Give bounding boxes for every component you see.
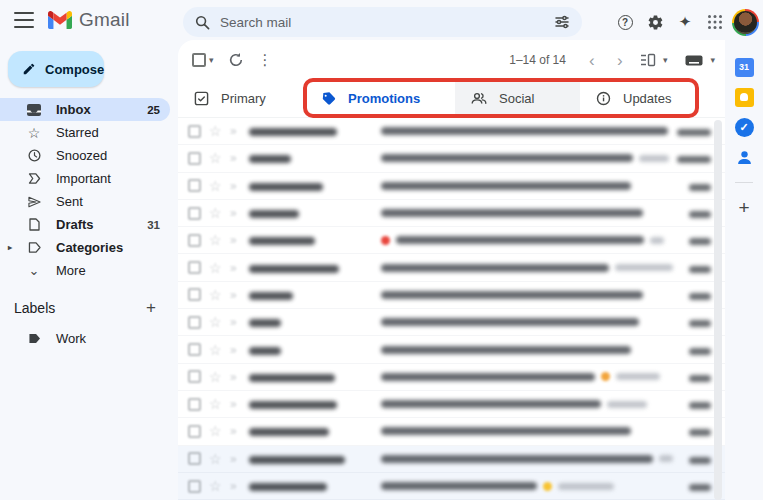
menu-icon[interactable] [14,12,34,28]
apps-grid-icon[interactable] [700,7,730,37]
email-row[interactable]: ☆ » [178,473,725,500]
tab-social[interactable]: Social [455,80,580,117]
get-addons-button[interactable]: + [729,193,759,223]
row-checkbox[interactable] [188,343,201,356]
row-important-icon[interactable]: » [230,125,243,137]
row-star-icon[interactable]: ☆ [209,261,222,275]
email-row[interactable]: ☆ » [178,254,725,281]
compose-label: Compose [45,62,104,77]
gear-icon[interactable] [640,7,670,37]
row-checkbox[interactable] [188,370,201,383]
email-row[interactable]: ☆ » [178,309,725,336]
row-star-icon[interactable]: ☆ [209,370,222,384]
row-important-icon[interactable]: » [230,207,243,219]
email-row[interactable]: ☆ » [178,227,725,254]
row-important-icon[interactable]: » [230,480,243,492]
list-scrollbar[interactable] [714,120,722,500]
row-important-icon[interactable]: » [230,289,243,301]
row-checkbox[interactable] [188,480,201,493]
search-input[interactable]: Search mail [220,15,554,30]
email-row[interactable]: ☆ » [178,282,725,309]
row-star-icon[interactable]: ☆ [209,424,222,438]
tune-icon[interactable] [554,14,570,30]
newer-page-icon[interactable]: ‹ [580,52,604,69]
gemini-sparkle-icon[interactable]: ✦ [670,7,700,37]
row-important-icon[interactable]: » [230,398,243,410]
row-checkbox[interactable] [188,316,201,329]
row-important-icon[interactable]: » [230,344,243,356]
email-row[interactable]: ☆ » [178,336,725,363]
sidebar-item-important[interactable]: Important [0,167,170,190]
email-row[interactable]: ☆ » [178,446,725,473]
row-star-icon[interactable]: ☆ [209,397,222,411]
email-row[interactable]: ☆ » [178,145,725,172]
row-checkbox[interactable] [188,207,201,220]
row-star-icon[interactable]: ☆ [209,288,222,302]
email-row[interactable]: ☆ » [178,118,725,145]
more-options-icon[interactable]: ⋮ [258,51,273,69]
help-icon[interactable]: ? [610,7,640,37]
split-pane-dropdown-icon[interactable]: ▾ [663,55,668,65]
row-star-icon[interactable]: ☆ [209,206,222,220]
sidebar-item-sent[interactable]: Sent [0,190,170,213]
email-row[interactable]: ☆ » [178,364,725,391]
row-star-icon[interactable]: ☆ [209,452,222,466]
row-checkbox[interactable] [188,398,201,411]
email-row[interactable]: ☆ » [178,391,725,418]
input-tools-dropdown-icon[interactable]: ▾ [710,55,715,65]
add-label-button[interactable]: + [146,298,156,318]
row-important-icon[interactable]: » [230,316,243,328]
row-star-icon[interactable]: ☆ [209,479,222,493]
row-checkbox[interactable] [188,179,201,192]
select-dropdown-icon[interactable]: ▾ [209,55,214,65]
refresh-icon[interactable] [228,52,244,68]
avatar[interactable] [732,9,759,36]
tab-primary[interactable]: Primary [178,80,305,117]
expand-arrow-icon[interactable]: ▸ [8,243,12,252]
row-checkbox[interactable] [188,234,201,247]
email-row[interactable]: ☆ » [178,418,725,445]
app-title: Gmail [79,9,130,31]
split-pane-icon[interactable] [640,53,656,67]
row-checkbox[interactable] [188,261,201,274]
sidebar-label-work[interactable]: Work [0,326,170,350]
sidebar-item-inbox[interactable]: Inbox 25 [0,98,170,121]
row-checkbox[interactable] [188,152,201,165]
contacts-icon[interactable] [729,142,759,172]
row-checkbox[interactable] [188,125,201,138]
keep-icon[interactable] [729,82,759,112]
sidebar-item-categories[interactable]: ▸ Categories [0,236,170,259]
input-tools-icon[interactable] [685,55,703,66]
row-important-icon[interactable]: » [230,234,243,246]
row-star-icon[interactable]: ☆ [209,343,222,357]
row-important-icon[interactable]: » [230,152,243,164]
sidebar-item-more[interactable]: ⌄ More [0,259,170,282]
tab-updates[interactable]: Updates [580,80,705,117]
blurred-sender [249,422,381,440]
row-important-icon[interactable]: » [230,180,243,192]
row-star-icon[interactable]: ☆ [209,315,222,329]
row-star-icon[interactable]: ☆ [209,233,222,247]
older-page-icon[interactable]: › [608,52,632,69]
sidebar-item-snoozed[interactable]: Snoozed [0,144,170,167]
row-checkbox[interactable] [188,425,201,438]
row-star-icon[interactable]: ☆ [209,151,222,165]
tab-promotions[interactable]: Promotions [305,80,455,117]
compose-button[interactable]: Compose [8,51,104,87]
email-row[interactable]: ☆ » [178,200,725,227]
row-important-icon[interactable]: » [230,453,243,465]
row-important-icon[interactable]: » [230,262,243,274]
calendar-icon[interactable]: 31 [729,52,759,82]
sidebar-item-drafts[interactable]: Drafts 31 [0,213,170,236]
sidebar-item-starred[interactable]: ☆ Starred [0,121,170,144]
row-star-icon[interactable]: ☆ [209,124,222,138]
row-important-icon[interactable]: » [230,371,243,383]
row-checkbox[interactable] [188,452,201,465]
row-important-icon[interactable]: » [230,425,243,437]
row-star-icon[interactable]: ☆ [209,179,222,193]
search-bar[interactable]: Search mail [183,7,582,37]
row-checkbox[interactable] [188,288,201,301]
tasks-icon[interactable]: ✓ [729,112,759,142]
select-all-checkbox[interactable] [192,53,206,67]
email-row[interactable]: ☆ » [178,173,725,200]
